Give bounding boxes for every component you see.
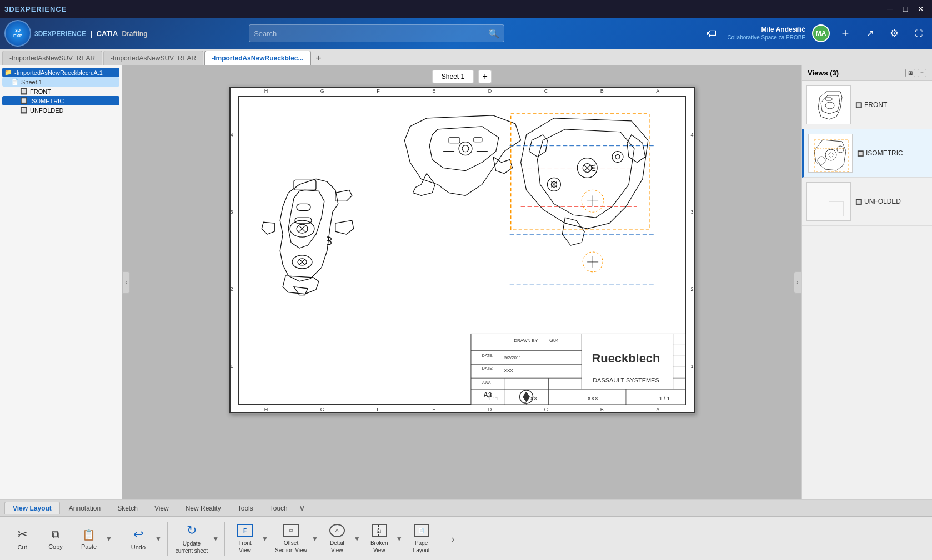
svg-rect-7	[473, 138, 482, 142]
sheet-name-button[interactable]: Sheet 1	[432, 70, 474, 83]
svg-text:DASSAULT SYSTEMES: DASSAULT SYSTEMES	[593, 377, 659, 384]
tab-1-label: -ImportedAsNewSUV_REAR	[9, 54, 95, 62]
titlebar: 3DEXPERIENCE ─ □ ✕	[0, 0, 932, 18]
canvas-area[interactable]: Sheet 1 + HGFEDCBA HGFEDCBA 4321	[122, 65, 801, 499]
tree-unfolded-item[interactable]: 🔲 UNFOLDED	[2, 105, 119, 115]
broken-view-button[interactable]: ⬚ BrokenView	[364, 520, 395, 558]
page-layout-icon: 📄	[414, 524, 429, 537]
tree-sheet-item[interactable]: 📄 Sheet.1	[2, 77, 119, 87]
view-thumbnail-unfolded[interactable]: 🔲 UNFOLDED	[802, 178, 932, 226]
header-right: 🏷 Mile Andesilić Collaborative Space za …	[703, 24, 928, 42]
secondary-tab-view[interactable]: View	[147, 502, 177, 514]
svg-point-4	[459, 142, 472, 155]
broken-view-dropdown-button[interactable]: ▼	[395, 535, 404, 543]
more-tabs-button[interactable]: ∨	[297, 503, 308, 513]
titlebar-app-title: 3DEXPERIENCE	[4, 5, 67, 13]
front-view-dropdown-button[interactable]: ▼	[260, 535, 269, 543]
user-avatar[interactable]: MA	[812, 24, 830, 42]
svg-text:1 : 1: 1 : 1	[487, 395, 498, 401]
restore-button[interactable]: □	[899, 3, 912, 14]
detail-view-icon: A	[329, 524, 345, 537]
paste-button[interactable]: 📋 Paste	[73, 520, 104, 558]
views-header: Views (3) ⊞ ≡	[802, 65, 932, 81]
tree-root-item[interactable]: 📁 -ImportedAsNewRueckblech.A.1	[2, 68, 119, 77]
tree-root-label: -ImportedAsNewRueckblech.A.1	[14, 69, 103, 76]
add-button[interactable]: +	[836, 24, 854, 42]
svg-point-5	[462, 145, 469, 152]
search-icon[interactable]: 🔍	[488, 28, 499, 39]
bottom-area: View Layout Annotation Sketch View New R…	[0, 499, 932, 560]
page-layout-label: PageLayout	[413, 539, 430, 554]
app-title-area: 3DEXPERIENCE | CATIA Drafting	[34, 29, 148, 38]
svg-text:XXX: XXX	[504, 368, 513, 373]
secondary-tab-view-layout[interactable]: View Layout	[4, 502, 60, 514]
paste-label: Paste	[81, 543, 97, 550]
detail-view-group: A DetailView ▼	[322, 520, 362, 558]
update-dropdown-button[interactable]: ▼	[211, 535, 220, 543]
add-sheet-button[interactable]: +	[478, 70, 492, 83]
paste-icon: 📋	[82, 528, 96, 541]
expand-button[interactable]: ⛶	[910, 24, 928, 42]
tag-icon-button[interactable]: 🏷	[703, 24, 720, 42]
view-thumbnail-isometric[interactable]: 🔲 ISOMETRIC	[802, 129, 932, 178]
settings-icon-button[interactable]: ⚙	[885, 24, 903, 42]
svg-text:XXX: XXX	[526, 395, 537, 401]
tab-3[interactable]: -ImportedAsNewRueckblec...	[204, 51, 310, 65]
copy-button[interactable]: ⧉ Copy	[40, 520, 71, 558]
secondary-tab-sketch[interactable]: Sketch	[109, 502, 146, 514]
header: 3DEXP 3DEXPERIENCE | CATIA Drafting 🔍 🏷 …	[0, 18, 932, 49]
tab-2[interactable]: -ImportedAsNewSUV_REAR	[103, 51, 203, 65]
offset-section-dropdown-button[interactable]: ▼	[310, 535, 319, 543]
svg-point-15	[615, 155, 620, 159]
tree-isometric-label: ISOMETRIC	[30, 98, 64, 104]
left-collapse-button[interactable]: ‹	[122, 271, 130, 294]
minimize-button[interactable]: ─	[883, 3, 896, 14]
user-info: Mile Andesilić Collaborative Space za PR…	[727, 25, 805, 42]
logo-icon[interactable]: 3DEXP	[4, 20, 31, 47]
detail-view-dropdown-button[interactable]: ▼	[353, 535, 362, 543]
search-bar[interactable]: 🔍	[249, 24, 504, 42]
right-collapse-button[interactable]: ›	[794, 271, 801, 294]
update-icon: ↻	[187, 523, 197, 538]
front-view-button[interactable]: F FrontView	[229, 520, 260, 558]
svg-rect-6	[449, 138, 460, 143]
secondary-tab-touch[interactable]: Touch	[262, 502, 295, 514]
share-button[interactable]: ↗	[861, 24, 879, 42]
secondary-tab-new-reality[interactable]: New Reality	[178, 502, 229, 514]
undo-label: Undo	[131, 544, 146, 551]
tree-front-item[interactable]: 🔲 FRONT	[2, 87, 119, 96]
undo-dropdown-button[interactable]: ▼	[154, 535, 163, 543]
detail-view-button[interactable]: A DetailView	[322, 520, 353, 558]
secondary-tab-tools[interactable]: Tools	[230, 502, 261, 514]
cut-label: Cut	[17, 544, 27, 551]
offset-section-view-button[interactable]: ⧉ OffsetSection View	[272, 520, 310, 558]
undo-button[interactable]: ↩ Undo	[123, 520, 154, 558]
view-label-front: 🔲 FRONT	[855, 101, 887, 109]
grid-view-button[interactable]: ⊞	[905, 69, 915, 77]
tree-unfolded-label: UNFOLDED	[30, 107, 64, 114]
svg-rect-44	[470, 334, 685, 405]
view-icon-front: 🔲	[20, 88, 28, 95]
close-button[interactable]: ✕	[914, 3, 928, 14]
broken-view-icon: ⬚	[372, 524, 387, 537]
paste-dropdown-button[interactable]: ▼	[104, 535, 113, 543]
tree-isometric-item[interactable]: 🔲 ISOMETRIC	[2, 96, 119, 105]
unfolded-thumb-image	[806, 182, 851, 221]
divider-1	[118, 522, 118, 556]
cut-icon: ✂	[17, 527, 27, 542]
divider-2	[167, 522, 168, 556]
offset-section-group: ⧉ OffsetSection View ▼	[272, 520, 319, 558]
page-layout-button[interactable]: 📄 PageLayout	[406, 520, 437, 558]
broken-view-label: BrokenView	[370, 539, 388, 554]
more-tools-button[interactable]: ›	[447, 520, 460, 558]
user-name: Mile Andesilić	[727, 25, 805, 34]
tab-1[interactable]: -ImportedAsNewSUV_REAR	[2, 51, 102, 65]
left-panel: 📁 -ImportedAsNewRueckblech.A.1 📄 Sheet.1…	[0, 65, 122, 499]
search-input[interactable]	[254, 29, 488, 38]
update-current-sheet-button[interactable]: ↻ Updatecurrent sheet	[172, 520, 211, 558]
cut-button[interactable]: ✂ Cut	[7, 520, 38, 558]
list-view-button[interactable]: ≡	[918, 69, 926, 77]
add-tab-button[interactable]: +	[312, 52, 325, 65]
view-thumbnail-front[interactable]: 🔲 FRONT	[802, 81, 932, 129]
secondary-tab-annotation[interactable]: Annotation	[61, 502, 108, 514]
